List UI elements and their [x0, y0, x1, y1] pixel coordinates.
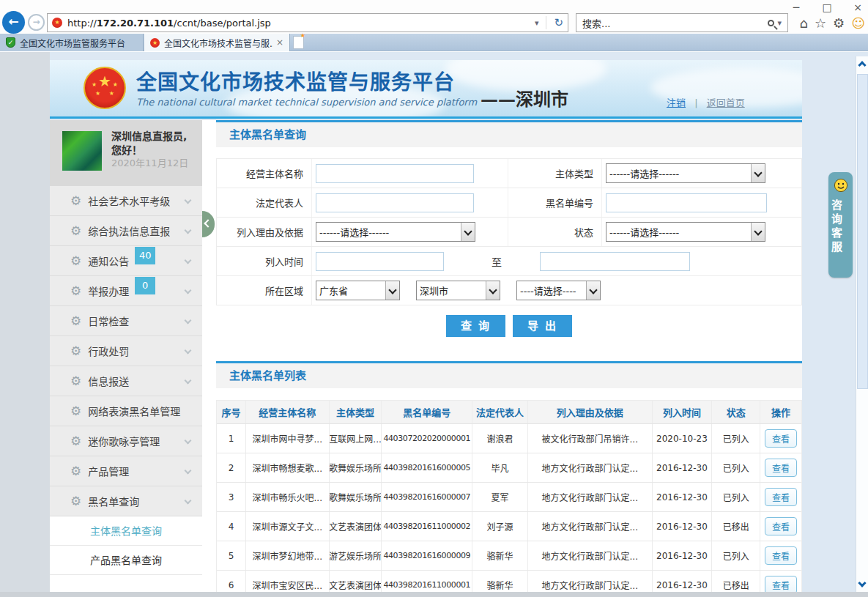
- reason-select[interactable]: ------请选择------: [316, 222, 475, 242]
- table-cell: 1: [217, 424, 246, 453]
- action-cell: 查看: [760, 512, 801, 541]
- search-box[interactable]: 搜索... ▾: [576, 13, 788, 32]
- customer-service-button[interactable]: 咨询客服: [828, 172, 853, 278]
- sidebar-item[interactable]: ⚙黑名单查询: [50, 486, 202, 516]
- shield-icon: ✓: [6, 37, 15, 48]
- tab-supervision-platform[interactable]: ✓ 全国文化市场监管服务平台: [0, 34, 144, 51]
- export-button[interactable]: 导 出: [513, 315, 572, 337]
- query-panel-title: 主体黑名单查询: [216, 122, 802, 147]
- time-from-input[interactable]: [316, 252, 444, 271]
- city-label: ——深圳市: [481, 85, 568, 111]
- notification-badge: 40: [135, 247, 155, 264]
- form-row: 列入时间 至: [217, 247, 801, 276]
- tab-close-icon[interactable]: ×: [276, 37, 283, 48]
- settings-gear-icon[interactable]: ⚙: [833, 15, 845, 31]
- sidebar-item[interactable]: ⚙社会艺术水平考级: [50, 186, 202, 216]
- table-cell: 歌舞娱乐场所: [330, 483, 382, 511]
- home-icon[interactable]: ⌂: [800, 15, 808, 31]
- view-button[interactable]: 查看: [765, 429, 797, 448]
- sidebar-item[interactable]: ⚙综合执法信息直报: [50, 216, 202, 246]
- chevron-down-icon: [586, 281, 600, 300]
- view-button[interactable]: 查看: [765, 459, 797, 477]
- scroll-down-icon[interactable]: [858, 579, 866, 587]
- field-label: 法定代表人: [217, 188, 312, 217]
- gear-icon: ⚙: [70, 314, 81, 328]
- tab-technical-platform-active[interactable]: ★ 全国文化市场技术监管与服... ×: [144, 34, 290, 51]
- sidebar-item-label: 网络表演黑名单管理: [88, 404, 180, 418]
- gear-icon: ⚙: [70, 434, 81, 448]
- business-name-input[interactable]: [316, 164, 474, 183]
- query-form: 经营主体名称 主体类型 ------请选择------ 法定代表人 黑名单编号: [216, 158, 802, 305]
- sidebar-item[interactable]: ⚙产品管理: [50, 456, 202, 486]
- view-button[interactable]: 查看: [765, 546, 797, 565]
- select-value: 广东省: [316, 283, 385, 297]
- table-cell: 深圳市网中寻梦...: [246, 424, 330, 453]
- sidebar-item[interactable]: ⚙迷你歌咏亭管理: [50, 426, 202, 456]
- table-cell: 歌舞娱乐场所: [330, 453, 382, 482]
- table-cell: 地方文化行政部门认定...: [528, 541, 653, 570]
- table-cell: 440307202020000001: [382, 424, 472, 453]
- province-select[interactable]: 广东省: [316, 281, 400, 300]
- action-cell: 查看: [760, 541, 801, 570]
- table-cell: 2016-12-30: [653, 512, 713, 541]
- list-panel-header: 主体黑名单列表: [216, 363, 802, 388]
- blacklist-number-input[interactable]: [606, 193, 767, 212]
- form-row: 经营主体名称 主体类型 ------请选择------: [217, 159, 801, 188]
- table-cell: 深圳市梦幻地带...: [246, 541, 330, 570]
- table-cell: 2016-12-30: [653, 483, 713, 511]
- gear-icon: ⚙: [70, 283, 81, 298]
- scrollbar-thumb[interactable]: [857, 74, 868, 389]
- forward-button[interactable]: →: [28, 14, 45, 31]
- table-cell: 4: [217, 512, 246, 541]
- table-cell: 2016-12-30: [653, 541, 713, 570]
- scroll-up-icon[interactable]: [858, 61, 866, 69]
- chevron-left-icon: [204, 219, 212, 227]
- feedback-smiley-icon[interactable]: ☺: [851, 15, 865, 31]
- chevron-down-icon: [185, 227, 192, 234]
- address-bar[interactable]: ★ http://172.20.71.101/ccnt/base/portal.…: [47, 13, 568, 32]
- smiley-icon: [834, 178, 848, 193]
- url-text[interactable]: http://172.20.71.101/ccnt/base/portal.js…: [67, 18, 535, 29]
- table-cell: 地方文化行政部门认定...: [528, 483, 653, 511]
- time-to-input[interactable]: [540, 252, 690, 271]
- chevron-down-icon: [185, 317, 192, 325]
- maximize-icon[interactable]: □: [821, 1, 833, 13]
- sidebar-item[interactable]: ⚙行政处罚: [50, 336, 202, 366]
- notification-badge: 0: [135, 277, 155, 294]
- view-button[interactable]: 查看: [765, 517, 797, 535]
- table-cell: 夏军: [472, 483, 528, 511]
- status-select[interactable]: ------请选择------: [606, 222, 765, 242]
- back-button[interactable]: ←: [2, 11, 25, 34]
- logout-link[interactable]: 注销: [667, 97, 686, 108]
- close-icon[interactable]: ×: [852, 1, 864, 13]
- site-subtitle: The national cultural market technical s…: [136, 97, 477, 108]
- chevron-down-icon: [185, 257, 192, 264]
- page-scrollbar[interactable]: [856, 56, 868, 592]
- subject-type-select[interactable]: ------请选择------: [606, 163, 765, 183]
- sidebar-item[interactable]: ⚙网络表演黑名单管理: [50, 396, 202, 426]
- minimize-icon[interactable]: ─: [790, 1, 802, 13]
- sidebar-item-label: 举报办理: [88, 283, 129, 298]
- sidebar-subitem[interactable]: 产品黑名单查询: [50, 546, 202, 575]
- legal-representative-input[interactable]: [316, 193, 474, 212]
- search-dropdown-icon[interactable]: ▾: [777, 18, 782, 28]
- view-button[interactable]: 查看: [765, 488, 797, 506]
- search-icon[interactable]: [768, 20, 774, 26]
- sidebar-item[interactable]: ⚙举报办理0: [50, 276, 202, 306]
- sidebar-subitem[interactable]: 主体黑名单查询: [50, 516, 202, 546]
- sidebar-item[interactable]: ⚙日常检查: [50, 306, 202, 336]
- url-dropdown-icon[interactable]: ▾: [535, 18, 539, 28]
- favorites-star-icon[interactable]: ☆: [815, 15, 826, 31]
- refresh-icon[interactable]: ↻: [554, 16, 563, 29]
- search-input[interactable]: 搜索...: [582, 16, 768, 30]
- city-select[interactable]: 深圳市: [416, 281, 500, 300]
- action-cell: 查看: [760, 424, 801, 453]
- sidebar-item[interactable]: ⚙通知公告40: [50, 246, 202, 276]
- return-home-link[interactable]: 返回首页: [707, 97, 745, 108]
- sidebar-item[interactable]: ⚙信息报送: [50, 366, 202, 396]
- district-select[interactable]: ----请选择----: [516, 281, 601, 300]
- new-tab-button[interactable]: [293, 36, 304, 49]
- table-cell: 地方文化行政部门认定...: [528, 453, 653, 482]
- field-label: 经营主体名称: [217, 159, 312, 188]
- search-button[interactable]: 查 询: [446, 315, 505, 337]
